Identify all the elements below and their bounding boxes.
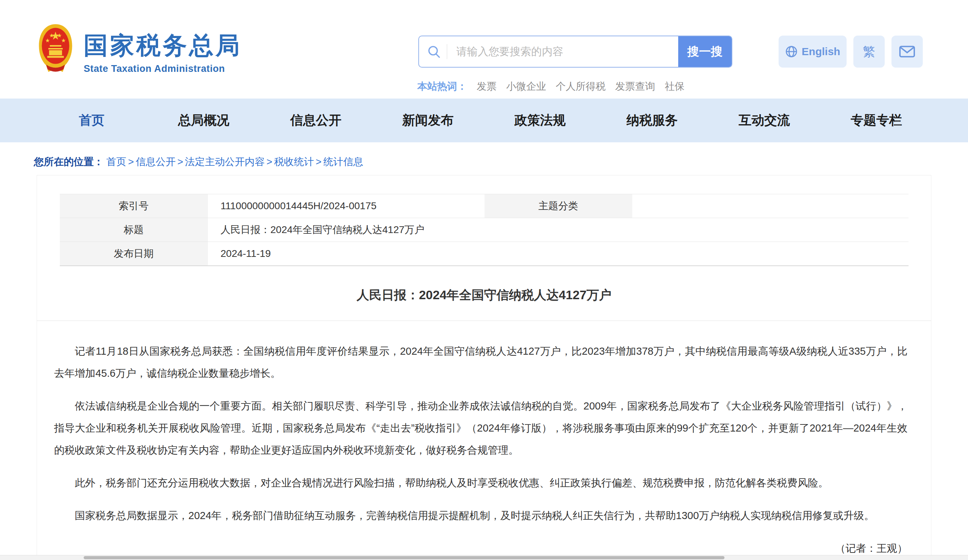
nav-item-information-disclosure[interactable]: 信息公开 (260, 112, 372, 129)
breadcrumb-separator: > (267, 156, 272, 167)
traditional-chinese-button[interactable]: 繁 (854, 36, 885, 68)
breadcrumb-statistical-information[interactable]: 统计信息 (323, 156, 363, 167)
site-header: ★ ★ ★ ★ ★ 国家税务总局 State Taxation Administ… (0, 0, 968, 99)
nav-item-news[interactable]: 新闻发布 (372, 112, 484, 129)
search-divider (447, 44, 447, 59)
site-name: 国家税务总局 (84, 33, 242, 58)
search-button[interactable]: 搜一搜 (678, 36, 732, 68)
mail-button[interactable] (892, 36, 923, 68)
document-meta-table: 索引号 11100000000014445H/2024-00175 主题分类 标… (60, 194, 908, 266)
article-paragraph-4: 国家税务总局数据显示，2024年，税务部门借助征纳互动服务，完善纳税信用提示提醒… (54, 504, 907, 527)
english-label: English (802, 46, 840, 58)
breadcrumb-home[interactable]: 首页 (106, 156, 126, 167)
svg-text:★: ★ (49, 32, 54, 38)
hot-word-individual-income-tax[interactable]: 个人所得税 (556, 80, 606, 93)
meta-value-index: 11100000000014445H/2024-00175 (208, 194, 484, 218)
breadcrumb-separator: > (128, 156, 134, 167)
hot-words-label: 本站热词： (417, 80, 467, 93)
meta-value-category (632, 194, 908, 218)
article-body: 记者11月18日从国家税务总局获悉：全国纳税信用年度评价结果显示，2024年全国… (37, 321, 931, 559)
hot-words: 本站热词： 发票 小微企业 个人所得税 发票查询 社保 (417, 80, 685, 93)
meta-label-category: 主题分类 (484, 194, 632, 218)
meta-row-index: 索引号 11100000000014445H/2024-00175 主题分类 (60, 194, 908, 218)
search-area: 搜一搜 (418, 36, 732, 68)
breadcrumb: 您所在的位置： 首页>信息公开>法定主动公开内容>税收统计>统计信息 (0, 142, 968, 175)
mail-icon (899, 45, 915, 58)
meta-value-title: 人民日报：2024年全国守信纳税人达4127万户 (208, 218, 908, 242)
nav-item-interaction[interactable]: 互动交流 (708, 112, 820, 129)
meta-row-date: 发布日期 2024-11-19 (60, 242, 908, 266)
hot-word-invoice[interactable]: 发票 (477, 80, 497, 93)
nav-item-tax-services[interactable]: 纳税服务 (596, 112, 708, 129)
meta-label-title: 标题 (60, 218, 208, 242)
main-nav: 首页 总局概况 信息公开 新闻发布 政策法规 纳税服务 互动交流 专题专栏 (0, 99, 968, 142)
meta-row-title: 标题 人民日报：2024年全国守信纳税人达4127万户 (60, 218, 908, 242)
english-button[interactable]: English (779, 36, 847, 68)
horizontal-scrollbar[interactable] (0, 555, 968, 560)
search-icon (427, 45, 441, 59)
site-title-group: 国家税务总局 State Taxation Administration (84, 23, 242, 74)
traditional-chinese-label: 繁 (863, 43, 875, 60)
breadcrumb-information-disclosure[interactable]: 信息公开 (136, 156, 176, 167)
article-paragraph-2: 依法诚信纳税是企业合规的一个重要方面。相关部门履职尽责、科学引导，推动企业养成依… (54, 395, 907, 461)
search-box: 搜一搜 (418, 36, 732, 68)
breadcrumb-separator: > (316, 156, 322, 167)
site-logo[interactable]: ★ ★ ★ ★ ★ 国家税务总局 State Taxation Administ… (37, 23, 242, 74)
article-title: 人民日报：2024年全国守信纳税人达4127万户 (37, 287, 931, 304)
nav-item-special-topics[interactable]: 专题专栏 (820, 112, 932, 129)
meta-value-date: 2024-11-19 (208, 242, 908, 266)
horizontal-scrollbar-thumb[interactable] (84, 556, 724, 559)
meta-label-index: 索引号 (60, 194, 208, 218)
site-name-en: State Taxation Administration (84, 63, 242, 74)
globe-icon (785, 45, 798, 58)
article-paragraph-3: 此外，税务部门还充分运用税收大数据，对企业合规情况进行风险扫描，帮助纳税人及时享… (54, 472, 907, 494)
nav-item-overview[interactable]: 总局概况 (148, 112, 260, 129)
national-emblem-icon: ★ ★ ★ ★ ★ (37, 23, 74, 74)
content-box: 索引号 11100000000014445H/2024-00175 主题分类 标… (36, 175, 932, 560)
breadcrumb-tax-statistics[interactable]: 税收统计 (274, 156, 314, 167)
article-paragraph-1: 记者11月18日从国家税务总局获悉：全国纳税信用年度评价结果显示，2024年全国… (54, 340, 907, 384)
page: ★ ★ ★ ★ ★ 国家税务总局 State Taxation Administ… (0, 0, 968, 560)
breadcrumb-separator: > (177, 156, 183, 167)
hot-word-small-business[interactable]: 小微企业 (506, 80, 546, 93)
hot-word-social-security[interactable]: 社保 (665, 80, 685, 93)
hot-word-invoice-query[interactable]: 发票查询 (615, 80, 655, 93)
svg-text:★: ★ (61, 37, 66, 43)
header-actions: English 繁 (779, 36, 923, 68)
breadcrumb-label: 您所在的位置： (34, 156, 104, 167)
search-input[interactable] (456, 45, 678, 58)
nav-item-home[interactable]: 首页 (36, 112, 148, 129)
meta-label-date: 发布日期 (60, 242, 208, 266)
breadcrumb-statutory-disclosure[interactable]: 法定主动公开内容 (185, 156, 265, 167)
nav-item-policies[interactable]: 政策法规 (484, 112, 596, 129)
